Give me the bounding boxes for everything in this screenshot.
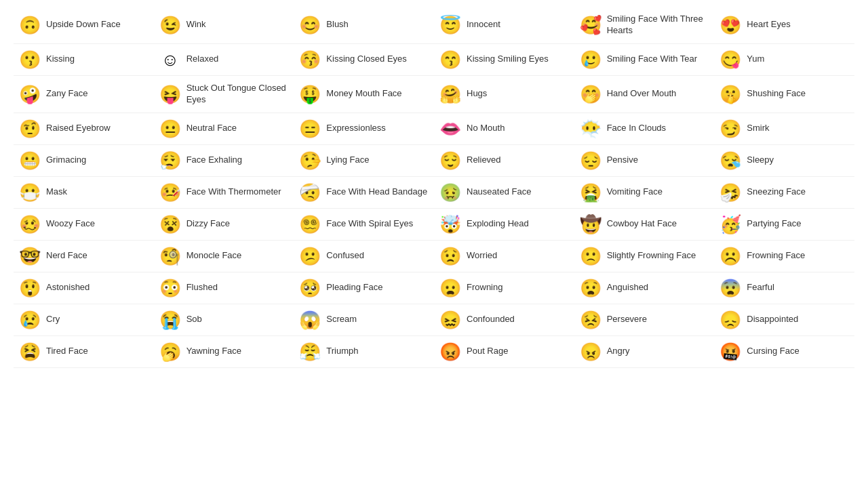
emoji-label: Frowning: [467, 282, 502, 293]
emoji-item[interactable]: 😌Relieved: [434, 145, 574, 177]
emoji-label: Dizzy Face: [186, 218, 230, 230]
emoji-item[interactable]: 😭Sob: [154, 304, 294, 336]
emoji-item[interactable]: 😮‍💨Face Exhaling: [154, 145, 294, 177]
emoji-icon: 🤓: [19, 247, 41, 265]
emoji-item[interactable]: 😷Mask: [14, 177, 154, 209]
emoji-item[interactable]: 🤧Sneezing Face: [714, 177, 854, 209]
emoji-icon: 🤒: [159, 184, 181, 201]
emoji-item[interactable]: 😳Flushed: [154, 272, 294, 304]
emoji-item[interactable]: 🤑Money Mouth Face: [294, 76, 434, 113]
emoji-item[interactable]: 😔Pensive: [574, 145, 715, 177]
emoji-item[interactable]: 🤓Nerd Face: [14, 241, 154, 272]
emoji-item[interactable]: ☹️Frowning Face: [714, 241, 854, 272]
emoji-label: Nerd Face: [46, 250, 87, 262]
emoji-item[interactable]: 😇Innocent: [434, 7, 574, 44]
emoji-item[interactable]: 😬Grimacing: [14, 145, 154, 177]
emoji-item[interactable]: 🥳Partying Face: [714, 209, 854, 241]
emoji-item[interactable]: 😨Fearful: [714, 272, 854, 304]
emoji-label: Stuck Out Tongue Closed Eyes: [186, 83, 289, 106]
emoji-label: Worried: [467, 250, 497, 262]
emoji-icon: 😣: [580, 311, 601, 329]
emoji-item[interactable]: 🤬Cursing Face: [714, 336, 854, 368]
emoji-item[interactable]: 😊Blush: [294, 7, 434, 44]
emoji-label: Persevere: [607, 314, 647, 325]
emoji-item[interactable]: 🤫Shushing Face: [714, 76, 854, 113]
emoji-item[interactable]: 😣Persevere: [574, 304, 715, 336]
emoji-label: Raised Eyebrow: [46, 123, 111, 134]
emoji-icon: 😫: [19, 343, 41, 361]
emoji-item[interactable]: 😦Frowning: [434, 272, 574, 304]
emoji-item[interactable]: 🥺Pleading Face: [294, 272, 434, 304]
emoji-item[interactable]: 🤒Face With Thermometer: [154, 177, 294, 209]
emoji-item[interactable]: 😗Kissing: [14, 44, 154, 76]
emoji-item[interactable]: 😉Wink: [154, 7, 294, 44]
emoji-icon: 👄: [439, 120, 461, 138]
emoji-item[interactable]: 🤪Zany Face: [14, 76, 154, 113]
emoji-item[interactable]: 😚Kissing Closed Eyes: [294, 44, 434, 76]
emoji-item[interactable]: 🤯Exploding Head: [434, 209, 574, 241]
emoji-label: Relaxed: [186, 54, 219, 65]
emoji-item[interactable]: 😲Astonished: [14, 272, 154, 304]
emoji-item[interactable]: 😝Stuck Out Tongue Closed Eyes: [154, 76, 294, 113]
emoji-label: No Mouth: [467, 123, 505, 134]
emoji-label: Pensive: [607, 155, 638, 166]
emoji-icon: 🥴: [19, 216, 41, 233]
emoji-item[interactable]: 😋Yum: [714, 44, 854, 76]
emoji-item[interactable]: 😧Anguished: [574, 272, 715, 304]
emoji-label: Monocle Face: [186, 250, 242, 262]
emoji-item[interactable]: 😍Heart Eyes: [714, 7, 854, 44]
emoji-item[interactable]: 🙃Upside Down Face: [14, 7, 154, 44]
emoji-item[interactable]: 🤨Raised Eyebrow: [14, 113, 154, 145]
emoji-item[interactable]: 🥴Woozy Face: [14, 209, 154, 241]
emoji-item[interactable]: ☺️Relaxed: [154, 44, 294, 76]
emoji-icon: 😠: [580, 343, 601, 361]
emoji-item[interactable]: 😤Triumph: [294, 336, 434, 368]
emoji-label: Face With Head Bandage: [326, 186, 427, 198]
emoji-item[interactable]: 🤗Hugs: [434, 76, 574, 113]
emoji-item[interactable]: 😱Scream: [294, 304, 434, 336]
emoji-item[interactable]: 😖Confounded: [434, 304, 574, 336]
emoji-item[interactable]: 🥲Smiling Face With Tear: [574, 44, 715, 76]
emoji-item[interactable]: 😫Tired Face: [14, 336, 154, 368]
emoji-label: Fearful: [747, 282, 774, 293]
emoji-item[interactable]: 🤕Face With Head Bandage: [294, 177, 434, 209]
emoji-item[interactable]: 😞Disappointed: [714, 304, 854, 336]
emoji-icon: 😵‍💫: [299, 216, 321, 233]
emoji-item[interactable]: 😕Confused: [294, 241, 434, 272]
emoji-label: Money Mouth Face: [326, 88, 401, 100]
emoji-item[interactable]: 😵Dizzy Face: [154, 209, 294, 241]
emoji-item[interactable]: 😠Angry: [574, 336, 715, 368]
emoji-item[interactable]: 😐Neutral Face: [154, 113, 294, 145]
emoji-label: Cry: [46, 314, 60, 325]
emoji-item[interactable]: 😡Pout Rage: [434, 336, 574, 368]
emoji-item[interactable]: 🙁Slightly Frowning Face: [574, 241, 715, 272]
emoji-item[interactable]: 🧐Monocle Face: [154, 241, 294, 272]
emoji-icon: 😭: [159, 311, 181, 329]
emoji-item[interactable]: 🤢Nauseated Face: [434, 177, 574, 209]
emoji-item[interactable]: 👄No Mouth: [434, 113, 574, 145]
emoji-label: Astonished: [46, 282, 90, 293]
emoji-item[interactable]: 🤮Vomiting Face: [574, 177, 715, 209]
emoji-icon: ☺️: [159, 51, 181, 68]
emoji-icon: 🤬: [719, 343, 741, 361]
emoji-icon: 😙: [439, 51, 461, 68]
emoji-item[interactable]: 😵‍💫Face With Spiral Eyes: [294, 209, 434, 241]
emoji-item[interactable]: 😙Kissing Smiling Eyes: [434, 44, 574, 76]
emoji-item[interactable]: 😑Expressionless: [294, 113, 434, 145]
emoji-item[interactable]: 😶‍🌫️Face In Clouds: [574, 113, 715, 145]
emoji-item[interactable]: 😟Worried: [434, 241, 574, 272]
emoji-item[interactable]: 🤠Cowboy Hat Face: [574, 209, 715, 241]
emoji-item[interactable]: 😏Smirk: [714, 113, 854, 145]
emoji-item[interactable]: 😢Cry: [14, 304, 154, 336]
emoji-item[interactable]: 🤭Hand Over Mouth: [574, 76, 715, 113]
emoji-icon: 😌: [439, 152, 461, 169]
emoji-label: Upside Down Face: [46, 19, 121, 30]
emoji-item[interactable]: 🥰Smiling Face With Three Hearts: [574, 7, 715, 44]
emoji-item[interactable]: 🥱Yawning Face: [154, 336, 294, 368]
emoji-label: Confused: [326, 250, 364, 262]
emoji-icon: 🤨: [19, 120, 41, 138]
emoji-label: Smiling Face With Tear: [607, 54, 697, 65]
emoji-label: Face With Thermometer: [186, 186, 281, 198]
emoji-item[interactable]: 😪Sleepy: [714, 145, 854, 177]
emoji-item[interactable]: 🤥Lying Face: [294, 145, 434, 177]
